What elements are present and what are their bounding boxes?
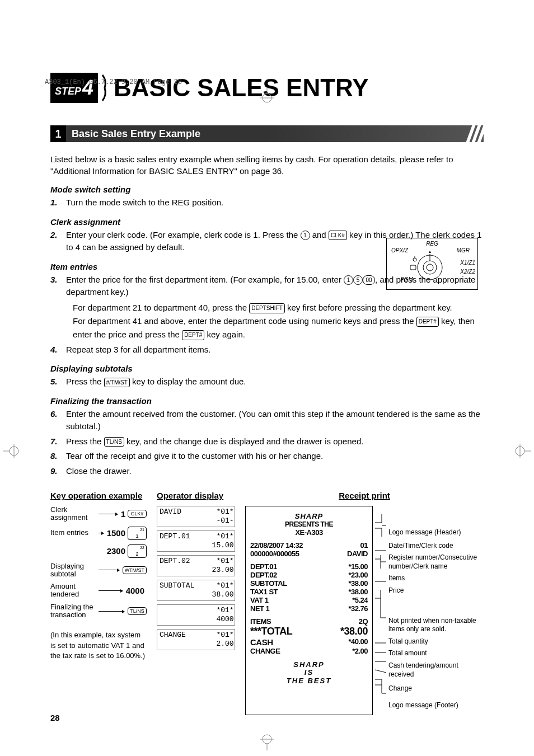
dial-x1z1: X1/Z1 (460, 260, 475, 266)
fin-heading: Finalizing the transaction (50, 396, 484, 406)
kop-row: Item entries1500211 (50, 527, 147, 540)
kop-row: Finalizing the transactionTL/NS (50, 603, 147, 619)
annotation: Date/Time/Clerk code (388, 542, 484, 551)
kop-key: CLK# (128, 510, 147, 518)
page-number: 28 (50, 713, 60, 722)
key-deptnum2: DEPT# (182, 330, 204, 340)
clerk-heading: Clerk assignment (50, 217, 484, 227)
key-clk: CLK# (329, 231, 347, 240)
section-title: Basic Sales Entry Example (72, 128, 200, 140)
kop-row: Clerk assignment1CLK# (50, 506, 147, 522)
kop-key: #/TM/ST (123, 566, 147, 574)
svg-point-14 (427, 264, 433, 271)
col3-head: Receipt print (245, 491, 484, 500)
receipt-change-r: *2.00 (352, 647, 368, 655)
annotation: Change (388, 684, 484, 693)
key-n5: 5 (353, 275, 363, 285)
annotation: Total quantity (388, 637, 484, 646)
receipt-line: VAT 1*5.24 (250, 596, 368, 604)
step-3-sub2: For department 41 and above, enter the d… (73, 314, 484, 341)
crop-mark-right (514, 440, 531, 462)
receipt-line: DEPT.02*23.00 (250, 571, 368, 579)
crop-mark-left (3, 440, 20, 462)
kop-value: 1 (121, 509, 125, 519)
receipt-foot1: SHARP (250, 661, 368, 669)
receipt-line: NET 1*32.76 (250, 604, 368, 613)
receipt-total-r: *38.00 (340, 626, 368, 637)
dial-x2z2: X2/Z2 (460, 269, 475, 275)
key-tlns: TL/NS (104, 437, 124, 447)
svg-point-13 (423, 261, 437, 274)
step-7: Press the TL/NS key, and the change due … (66, 435, 363, 448)
kop-label: Displaying subtotal (50, 562, 95, 579)
receipt-foot2: IS (250, 669, 368, 677)
step-4: Repeat step 3 for all department items. (66, 344, 210, 356)
annotation: Logo message (Header) (388, 528, 484, 537)
annotation: Total amount (388, 649, 484, 658)
svg-line-24 (375, 670, 386, 673)
step-label: STEP (55, 86, 81, 97)
receipt-line: DEPT.01*15.00 (250, 562, 368, 571)
receipt-items-r: 2Q (359, 617, 368, 626)
key-deptnum: DEPT# (416, 317, 439, 327)
annotation: Register number/Consecutive number/Clerk… (388, 553, 484, 571)
kop-value: 4000 (126, 586, 144, 595)
kop-label: Clerk assignment (50, 506, 95, 522)
key-1: 1 (301, 231, 310, 240)
key-operation-column: Key operation example Clerk assignment1C… (50, 491, 147, 715)
intro-text: Listed below is a basic sales entry exam… (50, 153, 484, 177)
receipt-cash-l: CASH (250, 637, 273, 647)
col1-head: Key operation example (50, 491, 147, 500)
receipt-line: SUBTOTAL*38.00 (250, 579, 368, 588)
step-badge: STEP 4 (50, 73, 98, 103)
display-box: DAVID *01* -01- (157, 506, 235, 527)
receipt-cash-r: *40.00 (348, 637, 368, 647)
step-5: Press the #/TM/ST key to display the amo… (66, 375, 246, 388)
crop-mark-top (256, 87, 278, 104)
receipt-foot3: THE BEST (250, 677, 368, 685)
disp-heading: Displaying subtotals (50, 364, 484, 373)
mode-heading: Mode switch setting (50, 185, 484, 194)
receipt-change-l: CHANGE (250, 647, 280, 655)
kop-value: 2300 (107, 546, 125, 556)
section-number: 1 (50, 125, 66, 142)
annotation: Items (388, 574, 484, 583)
step-3-sub1: For department 21 to department 40, pres… (73, 301, 484, 314)
receipt-model: XE-A303 (250, 528, 368, 537)
section-header: 1 Basic Sales Entry Example (50, 125, 484, 142)
kop-label: Item entries (50, 529, 95, 537)
receipt-date: 22/08/2007 14:32 (250, 541, 303, 550)
kop-label: Finalizing the transaction (50, 603, 95, 619)
display-box: DEPT.02 *01* 23.00 (157, 555, 235, 576)
dial-mgr: MGR (457, 247, 470, 253)
receipt-clerk: DAVID (347, 550, 368, 558)
receipt-total-l: ***TOTAL (250, 626, 292, 637)
receipt-presents: PRESENTS THE (250, 520, 368, 528)
annotation: Cash tendering/amount received (388, 661, 484, 679)
col2-head: Operator display (157, 491, 235, 500)
receipt-items-l: ITEMS (250, 617, 271, 626)
kop-value: 1500 (107, 528, 125, 538)
step-1: Turn the mode switch to the REG position… (66, 196, 223, 209)
receipt-column: Receipt print SHARP PRESENTS THE XE-A303… (245, 491, 484, 715)
kop-key: 222 (128, 544, 147, 558)
dial-reg: REG (426, 241, 438, 247)
annotation: Price (388, 586, 484, 595)
mode-dial-figure: REG OPX/Z MGR X1/Z1 X2/Z2 PGM (386, 238, 478, 290)
display-box: CHANGE *01* 2.00 (157, 629, 235, 650)
step-9: Close the drawer. (66, 465, 132, 478)
receipt-reg: 01 (360, 541, 368, 550)
receipt-print: SHARP PRESENTS THE XE-A303 22/08/2007 14… (245, 506, 373, 715)
operator-display-column: Operator display DAVID *01* -01-DEPT.01 … (157, 491, 235, 715)
receipt-line: TAX1 ST*38.00 (250, 588, 368, 596)
annotations: Logo message (Header)Date/Time/Clerk cod… (388, 506, 484, 715)
receipt-consec: 000000#000055 (250, 550, 299, 558)
annotation: Logo message (Footer) (388, 701, 484, 710)
print-header: A303_1(En) 06.7.22 9:20 AM Page 28 (45, 78, 182, 86)
svg-rect-16 (410, 265, 416, 270)
dial-opxz: OPX/Z (391, 247, 408, 253)
key-n00: 00 (363, 275, 375, 285)
annotation-connectors (375, 506, 386, 715)
crop-mark-bottom (256, 734, 278, 750)
step-6: Enter the amount received from the custo… (66, 408, 484, 433)
